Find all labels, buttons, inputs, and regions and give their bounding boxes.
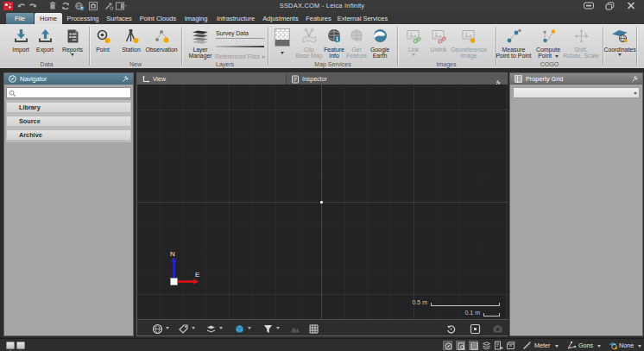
tab-view[interactable]: View <box>142 73 166 85</box>
property-grid-selector[interactable] <box>513 87 640 98</box>
angle-unit-caret[interactable] <box>597 345 601 348</box>
property-grid-title: Property Grid <box>526 75 563 83</box>
status-thumbnail-1[interactable] <box>6 342 15 349</box>
group-label-map-services: Map Services <box>268 61 397 67</box>
georeference-image-icon <box>446 28 491 46</box>
distance-unit-icon <box>522 341 532 350</box>
coordinates-dropdown-caret <box>618 53 622 56</box>
property-grid-header[interactable]: Property Grid <box>510 73 642 85</box>
scale-major-label: 0.5 m <box>412 299 427 305</box>
active-layer-combo[interactable]: Survey Data <box>216 29 264 39</box>
ribbon-tab-bar: File Home Processing Surfaces Point Clou… <box>0 12 644 24</box>
crs-caret[interactable] <box>638 345 641 348</box>
layer-manager-icon <box>181 28 219 46</box>
export-icon <box>31 28 59 46</box>
terrain-button[interactable] <box>289 323 300 334</box>
compute-point-label: ComputePoint <box>533 47 564 59</box>
grid-toggle-button[interactable] <box>308 323 319 334</box>
layers-visibility-button[interactable] <box>205 323 217 334</box>
graphics-view-canvas[interactable]: N E 0.5 m 0.1 m <box>137 85 508 321</box>
scale-major-bar <box>431 303 500 306</box>
property-grid-pin-icon[interactable] <box>631 75 639 83</box>
measure-point-to-point-button[interactable]: Measure Point to Point <box>494 27 534 65</box>
minimize-button[interactable] <box>584 2 594 10</box>
group-separator <box>636 27 637 66</box>
navigator-section-source[interactable]: Source <box>6 116 131 127</box>
view-mode-button[interactable] <box>152 323 163 334</box>
layers-visibility-caret[interactable] <box>219 327 223 329</box>
inspector-icon <box>291 75 300 84</box>
close-button[interactable] <box>627 2 637 10</box>
coordinates-button[interactable]: Coordinates <box>603 27 636 65</box>
view-mode-caret[interactable] <box>166 327 169 329</box>
tab-adjustments[interactable]: Adjustments <box>260 13 301 24</box>
status-archive-toggle[interactable] <box>506 341 515 350</box>
google-earth-icon <box>364 28 395 46</box>
navigator-pin-icon[interactable] <box>122 75 129 83</box>
status-thumbnail-2[interactable] <box>16 342 25 349</box>
export-button[interactable]: Export <box>31 27 59 65</box>
screenshot-view-button[interactable] <box>492 323 503 334</box>
base-map-thumbnail <box>275 28 290 47</box>
status-property-grid-toggle[interactable] <box>469 341 478 350</box>
label-style-button[interactable] <box>178 323 189 334</box>
tab-imaging[interactable]: Imaging <box>180 13 212 24</box>
zoom-extents-button[interactable] <box>470 323 481 334</box>
google-earth-button[interactable]: Google Earth <box>364 27 395 65</box>
base-map-gallery[interactable] <box>274 28 291 63</box>
tab-point-clouds[interactable]: Point Clouds <box>136 13 180 24</box>
shift-rotate-scale-button[interactable]: Shift, Rotate, Scale <box>561 27 601 65</box>
group-label-images: Images <box>398 61 495 67</box>
group-label-data: Data <box>4 61 89 67</box>
line-style-preview[interactable] <box>216 42 264 50</box>
view-pin-icon[interactable] <box>494 75 502 83</box>
tab-infrastructure[interactable]: Infrastructure <box>212 13 259 24</box>
new-station-button[interactable]: Station <box>117 27 145 65</box>
status-report-toggle[interactable] <box>494 341 503 350</box>
view-axis-icon <box>142 75 150 84</box>
referenced-files-button[interactable]: Referenced Files <box>213 52 267 61</box>
group-label-new: New <box>90 61 181 67</box>
new-point-button[interactable]: Point <box>89 27 117 65</box>
observation-icon <box>142 28 180 46</box>
property-grid-panel: Property Grid <box>509 72 643 336</box>
label-style-caret[interactable] <box>192 327 195 329</box>
status-navigator-toggle[interactable] <box>443 341 452 350</box>
tab-inspector[interactable]: Inspector <box>291 73 327 85</box>
3d-objects-caret[interactable] <box>248 327 251 329</box>
restore-button[interactable] <box>605 2 616 10</box>
navigator-title: Navigator <box>20 75 47 83</box>
filter-button[interactable] <box>262 323 274 334</box>
distance-unit-caret[interactable] <box>555 345 559 348</box>
tab-processing[interactable]: Processing <box>64 13 102 24</box>
view-center-point <box>320 201 323 204</box>
shift-rotate-scale-icon <box>561 28 601 46</box>
status-layers-toggle[interactable] <box>482 341 491 350</box>
navigator-section-library[interactable]: Library <box>6 102 131 113</box>
reports-button[interactable]: Reports <box>58 27 87 65</box>
tab-file[interactable]: File <box>6 13 34 24</box>
tab-home[interactable]: Home <box>35 13 62 25</box>
tab-features[interactable]: Features <box>302 13 335 24</box>
link-image-button[interactable]: Link <box>401 27 426 65</box>
reset-rotation-button[interactable] <box>445 323 457 334</box>
ribbon: Import Export Reports Data Point Station… <box>0 24 644 68</box>
georeference-image-button[interactable]: Georeference Image <box>446 27 491 65</box>
navigator-search-input[interactable] <box>6 87 131 98</box>
navigator-section-archive[interactable]: Archive <box>6 129 131 141</box>
group-label-cogo: COGO <box>496 61 603 67</box>
ribbon-collapse-button[interactable] <box>628 17 635 22</box>
filter-caret[interactable] <box>276 327 280 329</box>
compute-point-button[interactable]: ComputePoint <box>533 27 564 65</box>
navigator-header[interactable]: Navigator <box>4 73 133 85</box>
new-observation-button[interactable]: Observation <box>142 27 180 65</box>
distance-unit-value[interactable]: Meter <box>534 342 550 349</box>
3d-objects-button[interactable] <box>234 323 245 334</box>
status-inspector-toggle[interactable] <box>456 341 465 350</box>
view-panel: View Inspector N E 0.5 m <box>136 72 508 336</box>
crs-icon <box>608 341 617 350</box>
tab-external-services[interactable]: External Services <box>336 13 389 24</box>
crs-value[interactable]: None <box>619 342 634 349</box>
tab-surfaces[interactable]: Surfaces <box>103 13 136 24</box>
angle-unit-value[interactable]: Gons <box>578 342 593 349</box>
